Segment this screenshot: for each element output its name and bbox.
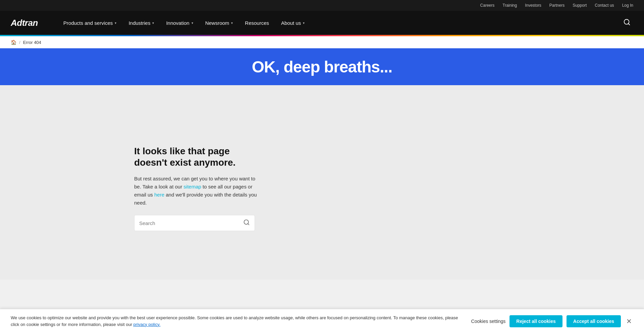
error-content: It looks like that page doesn't exist an… — [134, 146, 262, 231]
nav-resources[interactable]: Resources — [239, 17, 274, 29]
search-box — [134, 215, 255, 231]
breadcrumb-home[interactable]: 🏠 — [11, 40, 16, 45]
accept-cookies-button[interactable]: Accept all cookies — [567, 315, 621, 327]
nav-innovation[interactable]: Innovation ▾ — [161, 17, 198, 29]
chevron-down-icon: ▾ — [231, 21, 233, 25]
careers-link[interactable]: Careers — [480, 3, 495, 8]
error-headline: It looks like that page doesn't exist an… — [134, 146, 262, 168]
search-button[interactable] — [243, 219, 250, 227]
breadcrumb-current: Error 404 — [23, 40, 41, 45]
logo[interactable]: Adtran — [11, 17, 38, 28]
here-link[interactable]: here — [154, 192, 164, 198]
cookie-text: We use cookies to optimize our website a… — [11, 315, 463, 328]
close-cookie-banner-button[interactable]: ✕ — [625, 316, 633, 327]
search-icon[interactable] — [621, 16, 633, 30]
nav-products[interactable]: Products and services ▾ — [58, 17, 122, 29]
reject-cookies-button[interactable]: Reject all cookies — [509, 315, 562, 327]
hero-banner: OK, deep breaths... — [0, 48, 644, 85]
svg-line-3 — [248, 224, 249, 225]
cookie-buttons: Cookies settings Reject all cookies Acce… — [471, 315, 633, 327]
nav-about[interactable]: About us ▾ — [276, 17, 310, 29]
svg-line-1 — [628, 23, 630, 25]
cookie-settings-button[interactable]: Cookies settings — [471, 319, 506, 324]
investors-link[interactable]: Investors — [525, 3, 541, 8]
main-nav: Adtran Products and services ▾ Industrie… — [0, 11, 644, 35]
breadcrumb-separator: / — [19, 40, 20, 45]
support-link[interactable]: Support — [573, 3, 587, 8]
chevron-down-icon: ▾ — [152, 21, 154, 25]
login-link[interactable]: Log In — [622, 3, 633, 8]
contact-link[interactable]: Contact us — [595, 3, 614, 8]
nav-newsroom[interactable]: Newsroom ▾ — [200, 17, 238, 29]
error-body: But rest assured, we can get you to wher… — [134, 175, 262, 207]
cookie-banner: We use cookies to optimize our website a… — [0, 309, 644, 333]
content-area: It looks like that page doesn't exist an… — [0, 85, 644, 280]
nav-links: Products and services ▾ Industries ▾ Inn… — [58, 17, 621, 29]
search-input[interactable] — [139, 220, 243, 226]
privacy-policy-link[interactable]: privacy policy. — [133, 322, 161, 327]
training-link[interactable]: Training — [502, 3, 517, 8]
chevron-down-icon: ▾ — [303, 21, 305, 25]
sitemap-link[interactable]: sitemap — [183, 184, 201, 189]
nav-industries[interactable]: Industries ▾ — [123, 17, 159, 29]
partners-link[interactable]: Partners — [549, 3, 565, 8]
chevron-down-icon: ▾ — [192, 21, 193, 25]
hero-title: OK, deep breaths... — [252, 58, 392, 76]
utility-bar: Careers Training Investors Partners Supp… — [0, 0, 644, 11]
chevron-down-icon: ▾ — [115, 21, 116, 25]
breadcrumb: 🏠 / Error 404 — [0, 36, 644, 48]
